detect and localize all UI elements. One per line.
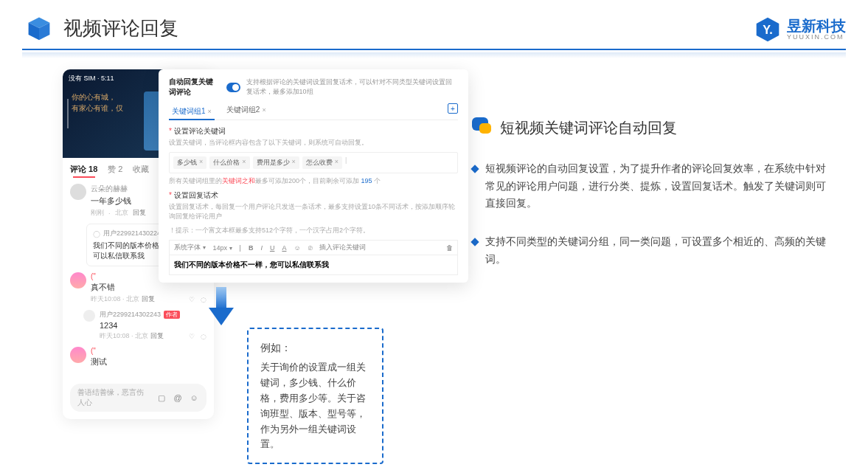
remove-tag-icon[interactable]: × bbox=[335, 158, 338, 167]
reply-link[interactable]: 回复 bbox=[133, 208, 146, 218]
remove-tag-icon[interactable]: × bbox=[292, 158, 296, 167]
keyword-count-hint: 所有关键词组里的关键词之和最多可添加200个，目前剩余可添加 195 个 bbox=[169, 176, 458, 186]
keyword-tag: 怎么收费 bbox=[306, 158, 333, 167]
image-icon[interactable]: ▢ bbox=[156, 393, 167, 403]
brand-logo-block: Y. 昱新科技 YUUXIN.COM bbox=[754, 16, 846, 43]
comment-location: 北京 bbox=[126, 295, 139, 303]
page-title: 视频评论回复 bbox=[63, 15, 178, 41]
example-body: 关于询价的设置成一组关键词，多少钱、什么价格，费用多少等。关于咨询班型、版本、型… bbox=[260, 360, 370, 452]
nested-user: 用户2299214302243 bbox=[103, 229, 164, 238]
brand-sub: YUUXIN.COM bbox=[787, 33, 846, 41]
reply-hint: 设置回复话术，每回复一个用户评论只发送一条话术，最多支持设置10条不同话术，按添… bbox=[169, 202, 458, 221]
emoji-icon[interactable]: ☺ bbox=[189, 393, 199, 403]
header-shadow bbox=[22, 52, 846, 58]
avatar bbox=[70, 272, 86, 288]
section-heading: 短视频关键词评论自动回复 bbox=[500, 118, 677, 138]
keyword-group-tab-1[interactable]: 关键词组1× bbox=[169, 103, 215, 120]
phone-status: 没有 SIM · 5:11 bbox=[69, 74, 114, 83]
avatar bbox=[83, 310, 95, 322]
reply-link[interactable]: 回复 bbox=[142, 295, 155, 303]
size-select[interactable]: 14px ▾ bbox=[213, 244, 232, 252]
bullet-item: 支持不同类型的关键词分组，同一类问题，可设置多个相近的、高频的关键词。 bbox=[472, 233, 841, 268]
heart-icon[interactable]: ♡ bbox=[189, 333, 195, 340]
author-tag: 作者 bbox=[164, 311, 180, 319]
emoji-button[interactable]: ☺ bbox=[294, 244, 300, 252]
delete-icon[interactable]: 🗑 bbox=[446, 244, 453, 252]
underline-button[interactable]: U bbox=[270, 244, 275, 252]
svg-text:Y.: Y. bbox=[763, 23, 773, 36]
bold-button[interactable]: B bbox=[249, 244, 254, 252]
keyword-tag: 多少钱 bbox=[177, 158, 197, 167]
commenter-name: (" bbox=[91, 347, 206, 355]
svg-marker-6 bbox=[209, 308, 234, 325]
keyword-label: 设置评论关键词 bbox=[169, 126, 458, 136]
close-icon[interactable]: × bbox=[262, 106, 265, 114]
avatar bbox=[70, 347, 86, 363]
keyword-tag: 什么价格 bbox=[213, 158, 240, 167]
comment-text: 1234 bbox=[100, 321, 206, 330]
comment-location: 北京 bbox=[115, 208, 128, 218]
bullet-item: 短视频评论的自动回复设置，为了提升作者的评论回复效率，在系统中针对常见的评论用户… bbox=[472, 160, 841, 212]
arrow-down-icon bbox=[203, 287, 240, 331]
close-icon[interactable]: × bbox=[208, 108, 212, 115]
at-icon[interactable]: @ bbox=[173, 393, 183, 403]
insert-keyword-button[interactable]: 插入评论关键词 bbox=[319, 243, 366, 252]
panel-title: 自动回复关键词评论 bbox=[169, 77, 221, 97]
reply-link[interactable]: 回复 bbox=[150, 332, 164, 339]
comment-text: 真不错 bbox=[91, 282, 206, 293]
keyword-group-tab-2[interactable]: 关键词组2× bbox=[223, 103, 269, 117]
remove-tag-icon[interactable]: × bbox=[242, 158, 246, 167]
comment-row: (" 测试 bbox=[70, 347, 206, 369]
remove-tag-icon[interactable]: × bbox=[199, 158, 203, 167]
bullet-text: 短视频评论的自动回复设置，为了提升作者的评论回复效率，在系统中针对常见的评论用户… bbox=[485, 160, 833, 212]
image-button[interactable]: ⎚ bbox=[308, 244, 312, 252]
color-button[interactable]: A bbox=[282, 244, 286, 252]
settings-panel: 自动回复关键词评论 支持根据评论的关键词设置回复话术，可以针对不同类型关键词设置… bbox=[159, 69, 468, 283]
font-select[interactable]: 系统字体 ▾ bbox=[174, 243, 206, 252]
brand-name: 昱新科技 bbox=[787, 18, 846, 33]
reply-label: 设置回复话术 bbox=[169, 190, 458, 201]
auto-reply-toggle[interactable] bbox=[226, 83, 240, 92]
tab-favorites[interactable]: 收藏 bbox=[133, 164, 149, 175]
char-hint: ！提示：一个富文本框最多支持512个字符，一个汉字占用2个字符。 bbox=[169, 226, 458, 235]
editor-content[interactable]: 我们不同的版本价格不一样，您可以私信联系我 bbox=[170, 255, 457, 274]
comment-time: 昨天10:08 bbox=[100, 332, 130, 339]
nested-user: 用户2299214302243 bbox=[100, 310, 161, 319]
editor-toolbar: 系统字体 ▾ 14px ▾ | B I U A ☺ ⎚ 插入评论关键词 🗑 bbox=[170, 241, 457, 255]
heart-icon[interactable]: ♡ bbox=[189, 296, 195, 303]
panel-hint: 支持根据评论的关键词设置回复话术，可以针对不同类型关键词设置回复话术，最多添加1… bbox=[246, 77, 458, 97]
keyword-tag-input[interactable]: 多少钱× 什么价格× 费用是多少× 怎么收费× | bbox=[169, 152, 458, 173]
avatar bbox=[70, 184, 86, 200]
comment-time: 昨天10:08 bbox=[91, 295, 121, 303]
bullet-text: 支持不同类型的关键词分组，同一类问题，可设置多个相近的、高频的关键词。 bbox=[485, 233, 833, 268]
example-callout: 例如： 关于询价的设置成一组关键词，多少钱、什么价格，费用多少等。关于咨询班型、… bbox=[247, 328, 383, 464]
chat-bubbles-icon bbox=[472, 117, 493, 138]
add-group-button[interactable]: + bbox=[448, 103, 458, 114]
input-placeholder: 善语结善缘，恶言伤人心 bbox=[77, 387, 150, 408]
comment-icon[interactable]: ◌ bbox=[201, 333, 206, 340]
diamond-icon bbox=[471, 165, 479, 173]
cube-icon bbox=[26, 15, 52, 41]
comment-text: 测试 bbox=[91, 356, 206, 367]
video-caption-2: 有家心有谁，仅 bbox=[72, 103, 123, 114]
example-title: 例如： bbox=[260, 339, 370, 356]
tab-comments[interactable]: 评论 18 bbox=[70, 164, 97, 175]
comment-row: 用户2299214302243 作者 1234 昨天10:08 · 北京 回复 … bbox=[70, 310, 206, 341]
diamond-icon bbox=[471, 238, 479, 246]
italic-button[interactable]: I bbox=[260, 244, 263, 252]
keyword-tag: 费用是多少 bbox=[257, 158, 290, 167]
svg-rect-5 bbox=[216, 287, 226, 309]
comment-time: 刚刚 bbox=[91, 208, 104, 218]
keyword-hint: 设置关键词，当评论框内容包含了以下关键词，则系统可自动回复。 bbox=[169, 138, 458, 148]
header-rule bbox=[22, 49, 846, 50]
comment-location: 北京 bbox=[135, 332, 148, 339]
tab-likes[interactable]: 赞 2 bbox=[108, 164, 122, 175]
video-caption-1: 你的心有城， bbox=[72, 91, 123, 103]
comment-input[interactable]: 善语结善缘，恶言伤人心 ▢ @ ☺ bbox=[70, 384, 206, 412]
